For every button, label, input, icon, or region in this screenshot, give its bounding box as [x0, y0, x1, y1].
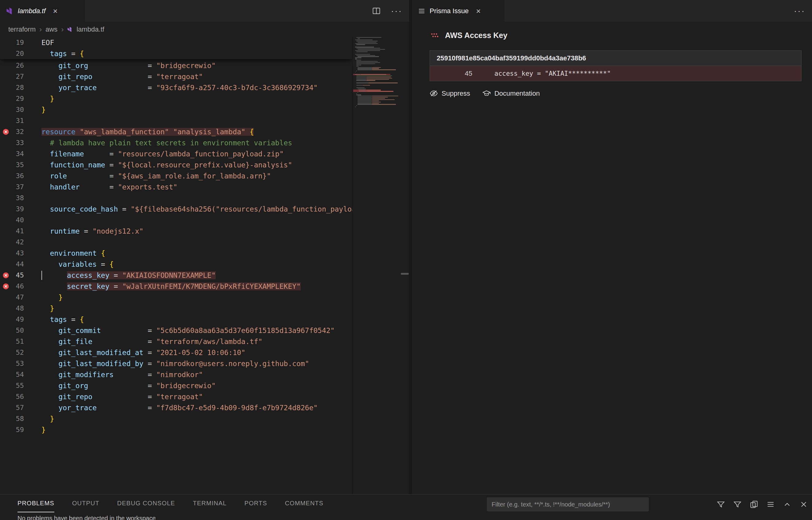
line-number[interactable]: 32 [0, 126, 24, 137]
breadcrumb-item-aws[interactable]: aws [45, 25, 57, 33]
line-number[interactable]: 52 [0, 347, 24, 358]
line-number[interactable]: 26 [0, 60, 24, 71]
code-line-50[interactable]: 50 git_commit = "5c6b5d60a8aa63a5d37e60f… [0, 325, 352, 336]
code-line-36[interactable]: 36 role = "${aws_iam_role.iam_for_lambda… [0, 171, 352, 182]
code-line-45[interactable]: 45 access_key = "AKIAIOSFODNN7EXAMPLE" [0, 270, 352, 281]
code-line-59[interactable]: 59} [0, 424, 352, 435]
code-line-37[interactable]: 37 handler = "exports.test" [0, 182, 352, 192]
line-number[interactable]: 38 [0, 192, 24, 204]
line-number[interactable]: 28 [0, 82, 24, 93]
line-number[interactable]: 27 [0, 71, 24, 82]
code-line-33[interactable]: 33 # lambda have plain text secrets in e… [0, 137, 352, 148]
code-line-48[interactable]: 48 } [0, 303, 352, 314]
split-editor-icon[interactable] [372, 7, 380, 15]
line-number[interactable]: 45 [0, 270, 24, 281]
code-line-51[interactable]: 51 git_file = "terraform/aws/lambda.tf" [0, 336, 352, 347]
panel-tab-ports[interactable]: PORTS [245, 495, 267, 512]
code-line-19[interactable]: 19EOF [0, 37, 352, 48]
line-number[interactable]: 33 [0, 137, 24, 148]
code-line-47[interactable]: 47 } [0, 292, 352, 303]
line-number[interactable]: 59 [0, 424, 24, 435]
suppress-button[interactable]: Suppress [429, 89, 470, 98]
code-line-44[interactable]: 44 variables = { [0, 259, 352, 270]
line-number[interactable]: 46 [0, 281, 24, 292]
tab-lambda-tf[interactable]: lambda.tf × [0, 0, 85, 22]
code-line-43[interactable]: 43 environment { [0, 248, 352, 259]
code-line-38[interactable]: 38 [0, 192, 352, 204]
line-number[interactable]: 54 [0, 369, 24, 380]
code-line-57[interactable]: 57 yor_trace = "f7d8bc47-e5d9-4b09-9d8f-… [0, 402, 352, 413]
line-number[interactable]: 34 [0, 148, 24, 159]
breadcrumb-item-terraform[interactable]: terraform [8, 25, 35, 33]
more-icon[interactable]: ··· [794, 8, 805, 14]
code-line-52[interactable]: 52 git_last_modified_at = "2021-05-02 10… [0, 347, 352, 358]
filter-icon[interactable] [734, 500, 741, 508]
line-number[interactable]: 41 [0, 226, 24, 237]
panel-tab-problems[interactable]: PROBLEMS [18, 495, 54, 512]
sash-handle[interactable] [401, 273, 409, 275]
line-number[interactable]: 40 [0, 215, 24, 226]
line-number[interactable]: 55 [0, 380, 24, 391]
line-number[interactable]: 58 [0, 413, 24, 424]
line-number[interactable]: 30 [0, 104, 24, 115]
code-line-55[interactable]: 55 git_org = "bridgecrewio" [0, 380, 352, 391]
editor-group-divider[interactable] [409, 0, 412, 494]
line-number[interactable]: 49 [0, 314, 24, 325]
code-line-46[interactable]: 46 secret_key = "wJalrXUtnFEMI/K7MDENG/b… [0, 281, 352, 292]
code-line-56[interactable]: 56 git_repo = "terragoat" [0, 391, 352, 402]
documentation-button[interactable]: Documentation [483, 89, 540, 98]
minimap[interactable] [352, 37, 399, 494]
line-number[interactable]: 47 [0, 292, 24, 303]
line-number[interactable]: 50 [0, 325, 24, 336]
panel-tab-debug-console[interactable]: DEBUG CONSOLE [117, 495, 175, 512]
code-line-32[interactable]: 32resource "aws_lambda_function" "analys… [0, 126, 352, 137]
close-icon[interactable] [800, 500, 808, 508]
code-line-28[interactable]: 28 yor_trace = "93cfa6f9-a257-40c3-b7dc-… [0, 82, 352, 93]
code-line-40[interactable]: 40 [0, 215, 352, 226]
code-line-42[interactable]: 42 [0, 237, 352, 248]
line-number[interactable]: 56 [0, 391, 24, 402]
panel-tab-comments[interactable]: COMMENTS [285, 495, 323, 512]
finding-hash-row[interactable]: 25910f981e85ca04baf359199dd0bd4a3ae738b6 [430, 51, 801, 66]
code-line-49[interactable]: 49 tags = { [0, 314, 352, 325]
line-number[interactable]: 39 [0, 204, 24, 215]
code-line-29[interactable]: 29 } [0, 93, 352, 104]
code-line-41[interactable]: 41 runtime = "nodejs12.x" [0, 226, 352, 237]
copy-icon[interactable] [750, 500, 758, 508]
code-line-34[interactable]: 34 filename = "resources/lambda_function… [0, 148, 352, 159]
panel-tab-output[interactable]: OUTPUT [72, 495, 99, 512]
line-number[interactable]: 42 [0, 237, 24, 248]
tab-prisma-issue[interactable]: Prisma Issue × [412, 0, 505, 22]
code-line-27[interactable]: 27 git_repo = "terragoat" [0, 71, 352, 82]
code-line-35[interactable]: 35 function_name = "${local.resource_pre… [0, 159, 352, 171]
line-number[interactable]: 44 [0, 259, 24, 270]
code-line-39[interactable]: 39 source_code_hash = "${filebase64sha25… [0, 204, 352, 215]
line-number[interactable]: 43 [0, 248, 24, 259]
filter-icon[interactable] [717, 500, 725, 508]
line-number[interactable]: 48 [0, 303, 24, 314]
breadcrumb-item-lambda.tf[interactable]: lambda.tf [76, 25, 104, 33]
line-number[interactable]: 35 [0, 159, 24, 171]
line-number[interactable]: 37 [0, 182, 24, 192]
line-number[interactable]: 51 [0, 336, 24, 347]
close-icon[interactable]: × [53, 7, 58, 15]
finding-row[interactable]: 45 access_key = "AKIAI**********" [430, 66, 801, 81]
line-number[interactable]: 36 [0, 171, 24, 182]
code-line-30[interactable]: 30} [0, 104, 352, 115]
code-line-53[interactable]: 53 git_last_modified_by = "nimrodkor@use… [0, 358, 352, 369]
list-menu-icon[interactable] [767, 500, 774, 508]
line-number[interactable]: 53 [0, 358, 24, 369]
problems-filter-input[interactable] [487, 497, 649, 512]
code-line-26[interactable]: 26 git_org = "bridgecrewio" [0, 60, 352, 71]
more-icon[interactable]: ··· [391, 8, 402, 14]
code-line-20[interactable]: 20 tags = { [0, 48, 352, 59]
code-line-31[interactable]: 31 [0, 115, 352, 126]
chevron-up-icon[interactable] [783, 500, 791, 508]
panel-tab-terminal[interactable]: TERMINAL [193, 495, 227, 512]
line-number[interactable]: 20 [0, 48, 24, 59]
line-number[interactable]: 57 [0, 402, 24, 413]
close-icon[interactable]: × [476, 7, 481, 15]
line-number[interactable]: 29 [0, 93, 24, 104]
line-number[interactable]: 19 [0, 37, 24, 48]
code-line-54[interactable]: 54 git_modifiers = "nimrodkor" [0, 369, 352, 380]
